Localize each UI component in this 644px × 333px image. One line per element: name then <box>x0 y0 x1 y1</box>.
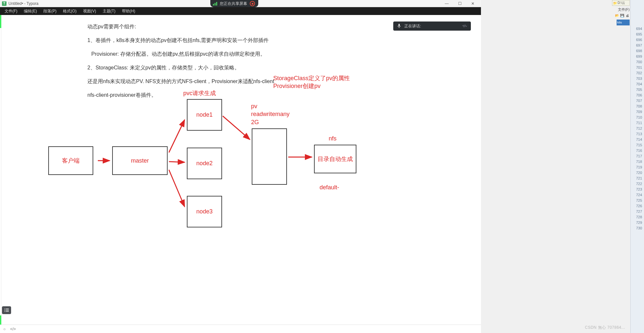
menu-edit[interactable]: 编辑(E) <box>21 8 40 14</box>
menu-theme[interactable]: 主题(T) <box>99 8 119 14</box>
svg-line-4 <box>223 116 250 139</box>
speaking-label: 正在讲话: <box>404 23 421 29</box>
line-number: 715 <box>631 142 644 148</box>
menu-help[interactable]: 帮助(H) <box>119 8 139 14</box>
microphone-icon <box>397 24 401 28</box>
secondary-taskbar-app[interactable]: k8s <box>617 20 630 25</box>
open-icon[interactable]: 📂 <box>615 13 619 18</box>
menu-paragraph[interactable]: 段落(P) <box>40 8 60 14</box>
maximize-button[interactable]: ☐ <box>454 0 466 7</box>
svg-rect-9 <box>6 310 9 311</box>
svg-line-3 <box>169 170 185 207</box>
save-icon[interactable]: 💾 <box>620 13 624 18</box>
watermark: CSDN 無心 707864... <box>585 325 625 330</box>
list-icon <box>4 308 9 312</box>
line-number: 699 <box>631 54 644 59</box>
audio-level-icon <box>213 2 217 6</box>
line-number: 702 <box>631 70 644 76</box>
print-icon[interactable]: 🖨 <box>625 13 630 18</box>
share-label: 您正在共享屏幕 <box>220 1 247 7</box>
line-number: 694 <box>631 26 644 32</box>
svg-rect-7 <box>6 309 9 309</box>
line-number: 713 <box>631 131 644 137</box>
line-number: 704 <box>631 81 644 87</box>
line-number: 727 <box>631 209 644 214</box>
line-number: 700 <box>631 59 644 65</box>
line-number: 724 <box>631 192 644 198</box>
waveform-icon <box>462 24 467 28</box>
line-number: 706 <box>631 93 644 98</box>
line-number: 712 <box>631 126 644 131</box>
svg-point-6 <box>5 309 6 310</box>
secondary-menu-file[interactable]: 文件(F) <box>618 7 630 12</box>
line-number: 695 <box>631 32 644 37</box>
secondary-toolbar: 📂 💾 🖨 <box>615 13 630 18</box>
svg-rect-12 <box>398 24 400 26</box>
menu-format[interactable]: 格式(O) <box>60 8 80 14</box>
close-button[interactable]: ✕ <box>467 0 479 7</box>
line-number: 714 <box>631 137 644 142</box>
line-number: 705 <box>631 87 644 93</box>
status-circle-icon[interactable]: ○ <box>3 327 6 331</box>
line-number: 707 <box>631 98 644 104</box>
svg-point-8 <box>5 310 6 311</box>
line-number: 703 <box>631 76 644 81</box>
screen-share-indicator[interactable]: 您正在共享屏幕 <box>210 0 258 7</box>
line-number: 710 <box>631 115 644 120</box>
folder-icon: 📁 <box>613 1 617 5</box>
status-source-code-icon[interactable]: </> <box>10 327 16 331</box>
line-number: 717 <box>631 153 644 159</box>
menubar: 文件(F) 编辑(E) 段落(P) 格式(O) 视图(V) 主题(T) 帮助(H… <box>0 7 481 15</box>
document-content[interactable]: 动态pv需要两个组件: 1、卷插件，k8s本身支持的动态pv创建不包括nfs,需… <box>0 15 481 325</box>
line-number: 725 <box>631 198 644 203</box>
line-number: 718 <box>631 159 644 165</box>
menu-view[interactable]: 视图(V) <box>80 8 99 14</box>
line-number: 720 <box>631 170 644 176</box>
diagram: 客户端 master node1 node2 node3 目录自动生成 pvc请… <box>0 15 391 250</box>
line-number: 721 <box>631 176 644 181</box>
window-controls: — ☐ ✕ <box>441 0 479 7</box>
minimize-button[interactable]: — <box>441 0 453 7</box>
line-number: 709 <box>631 109 644 115</box>
speaking-indicator[interactable]: 正在讲话: <box>393 22 471 31</box>
app-logo: T <box>2 1 7 6</box>
statusbar: ○ </> <box>0 325 481 333</box>
svg-rect-11 <box>6 311 9 312</box>
menu-file[interactable]: 文件(F) <box>1 8 21 14</box>
stop-share-button[interactable] <box>250 1 255 6</box>
line-number: 696 <box>631 37 644 43</box>
diagram-arrows <box>0 15 391 250</box>
line-number: 708 <box>631 104 644 109</box>
line-number: 711 <box>631 120 644 126</box>
line-number: 697 <box>631 43 644 48</box>
line-number: 729 <box>631 220 644 225</box>
gutter-mark <box>0 315 1 325</box>
line-number: 698 <box>631 48 644 54</box>
line-number: 723 <box>631 187 644 192</box>
line-number: 719 <box>631 165 644 170</box>
window-title: Untitled• - Typora <box>8 1 38 6</box>
toc-toggle-button[interactable] <box>2 306 11 314</box>
line-number: 716 <box>631 148 644 153</box>
line-number: 728 <box>631 214 644 220</box>
line-number: 701 <box>631 65 644 70</box>
line-number: 722 <box>631 181 644 187</box>
secondary-window-tab[interactable]: 📁 D:\云 <box>612 0 630 6</box>
svg-line-1 <box>169 120 185 152</box>
line-number: 730 <box>631 225 644 231</box>
svg-line-2 <box>169 162 185 162</box>
line-number: 726 <box>631 203 644 209</box>
editor-window: T Untitled• - Typora — ☐ ✕ 文件(F) 编辑(E) 段… <box>0 0 481 333</box>
svg-point-10 <box>5 311 6 312</box>
secondary-editor-gutter[interactable]: 6946956966976986997007017027037047057067… <box>630 0 644 333</box>
